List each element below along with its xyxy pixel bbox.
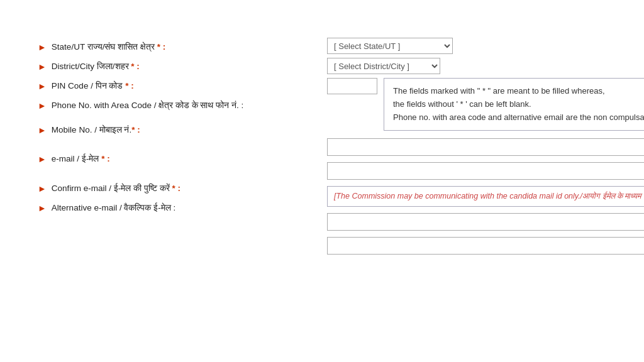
state-bullet: ► [38,42,47,52]
state-select[interactable]: [ Select State/UT ] [327,38,453,54]
email-bullet: ► [38,154,47,164]
alt-email-input[interactable] [327,237,644,255]
phone-bullet: ► [38,101,47,111]
mobile-field-row: ► Mobile No. / मोबाइल नं.* : [38,121,308,140]
pin-bullet: ► [38,81,47,91]
phone-label: Phone No. with Area Code / क्षेत्र कोड क… [52,100,243,112]
pin-label: PIN Code / पिन कोड * : [52,80,134,92]
confirm-email-bullet: ► [38,184,47,194]
district-select-wrapper: [ Select District/City ] [327,58,644,74]
form-labels-panel: ► State/UT राज्य/संघ शासित क्षेत्र * : ►… [38,38,308,257]
confirm-email-label: Confirm e-mail / ई-मेल की पुष्टि करें * … [52,183,180,195]
state-field-row: ► State/UT राज्य/संघ शासित क्षेत्र * : [38,38,308,57]
district-label: District/City जिला/शहर * : [52,61,140,73]
mobile-input-row [327,162,644,180]
alt-email-input-row [327,237,644,255]
email-field-row: ► e-mail / ई-मेल * : [38,150,308,169]
email-label: e-mail / ई-मेल * : [52,153,110,165]
district-bullet: ► [38,62,47,72]
confirm-email-input-row [327,213,644,231]
phone-field-row: ► Phone No. with Area Code / क्षेत्र कोड… [38,96,308,116]
alt-email-field-row: ► Alternative e-mail / वैकल्पिक ई-मेल : [38,199,308,218]
confirm-email-input[interactable] [327,213,644,231]
pin-input[interactable] [327,78,377,94]
email-hint: [The Commission may be communicating wit… [327,186,644,207]
alt-email-label: Alternative e-mail / वैकल्पिक ई-मेल : [52,202,175,214]
mobile-input[interactable] [327,162,644,180]
mobile-bullet: ► [38,125,47,135]
mobile-label: Mobile No. / मोबाइल नं.* : [52,124,140,136]
district-field-row: ► District/City जिला/शहर * : [38,57,308,77]
phone-input-row [327,138,644,156]
alt-email-bullet: ► [38,203,47,213]
district-select[interactable]: [ Select District/City ] [327,58,440,74]
state-select-wrapper: [ Select State/UT ] [327,38,644,54]
confirm-email-field-row: ► Confirm e-mail / ई-मेल की पुष्टि करें … [38,179,308,199]
phone-input[interactable] [327,138,644,156]
info-box: The fields marked with " * " are meant t… [384,78,644,131]
state-label: State/UT राज्य/संघ शासित क्षेत्र * : [52,41,165,53]
form-inputs-panel: [ Select State/UT ] [ Select District/Ci… [327,38,644,257]
pin-field-row: ► PIN Code / पिन कोड * : [38,77,308,96]
